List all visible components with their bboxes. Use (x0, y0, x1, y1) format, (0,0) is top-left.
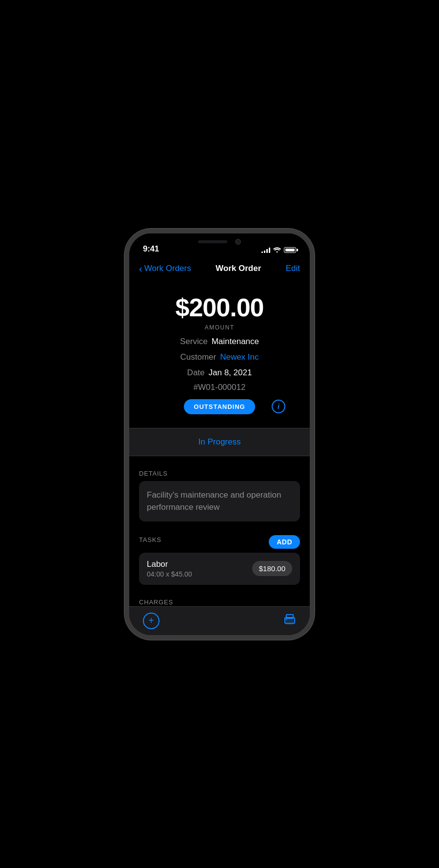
camera (235, 239, 241, 245)
task-row[interactable]: Labor 04:00 x $45.00 $180.00 (139, 553, 300, 585)
edit-button[interactable]: Edit (286, 264, 300, 273)
details-section-header: DETAILS (139, 470, 300, 477)
wifi-icon (273, 246, 281, 254)
task-detail: 04:00 x $45.00 (147, 570, 192, 578)
status-icons (261, 246, 296, 254)
task-name: Labor (147, 559, 192, 569)
add-charge-button[interactable]: + (143, 613, 160, 629)
signal-bar-2 (264, 251, 265, 253)
amount-label: AMOUNT (139, 324, 300, 331)
hero-section: $200.00 AMOUNT Service Maintenance Custo… (129, 278, 310, 424)
back-button[interactable]: ‹ Work Orders (139, 264, 191, 273)
service-value: Maintenance (212, 337, 259, 347)
screen: 9:41 (129, 233, 310, 635)
status-time: 9:41 (143, 244, 159, 254)
signal-bar-4 (269, 248, 270, 253)
outstanding-badge[interactable]: OUTSTANDING (184, 399, 255, 414)
volume-down-button[interactable] (124, 319, 125, 336)
customer-label: Customer (180, 352, 216, 362)
svg-rect-2 (286, 620, 293, 624)
battery-icon (284, 247, 296, 253)
service-row: Service Maintenance (139, 337, 300, 347)
signal-bar-3 (266, 249, 268, 253)
page-title: Work Order (216, 264, 261, 273)
notch (183, 233, 256, 250)
in-progress-button[interactable]: In Progress (129, 428, 310, 456)
in-progress-label: In Progress (199, 437, 241, 446)
signal-bar-1 (261, 251, 263, 253)
date-value: Jan 8, 2021 (209, 368, 252, 378)
tasks-header: TASKS ADD (139, 535, 300, 549)
details-text: Facility's maintenance and operation per… (147, 489, 292, 514)
work-order-number: #W01-000012 (139, 383, 300, 392)
phone-frame: 9:41 (124, 229, 315, 640)
task-info: Labor 04:00 x $45.00 (147, 559, 192, 578)
tasks-section: TASKS ADD Labor 04:00 x $45.00 $180.00 (129, 535, 310, 585)
bottom-toolbar: + (129, 606, 310, 635)
print-button[interactable] (283, 614, 296, 628)
signal-bars-icon (261, 247, 270, 253)
speaker (198, 240, 227, 243)
amount-value: $200.00 (139, 293, 300, 322)
plus-icon: + (148, 615, 154, 626)
badge-row: OUTSTANDING i (139, 399, 300, 414)
charges-section-header: CHARGES (139, 598, 300, 606)
date-label: Date (187, 368, 205, 378)
tasks-section-header: TASKS (139, 536, 161, 543)
back-label: Work Orders (144, 264, 191, 273)
customer-value[interactable]: Newex Inc (220, 352, 259, 362)
nav-bar: ‹ Work Orders Work Order Edit (129, 258, 310, 278)
power-button[interactable] (314, 307, 315, 338)
customer-row: Customer Newex Inc (139, 352, 300, 362)
add-task-button[interactable]: ADD (269, 535, 300, 549)
volume-up-button[interactable] (124, 297, 125, 314)
service-label: Service (180, 337, 208, 347)
date-row: Date Jan 8, 2021 (139, 368, 300, 378)
info-icon[interactable]: i (272, 400, 285, 413)
details-card: Facility's maintenance and operation per… (139, 481, 300, 521)
svg-point-3 (286, 618, 287, 620)
battery-fill (285, 249, 295, 251)
back-arrow-icon: ‹ (139, 264, 142, 273)
task-amount: $180.00 (252, 561, 292, 576)
details-section: DETAILS Facility's maintenance and opera… (129, 470, 310, 521)
charges-section: CHARGES (129, 598, 310, 606)
